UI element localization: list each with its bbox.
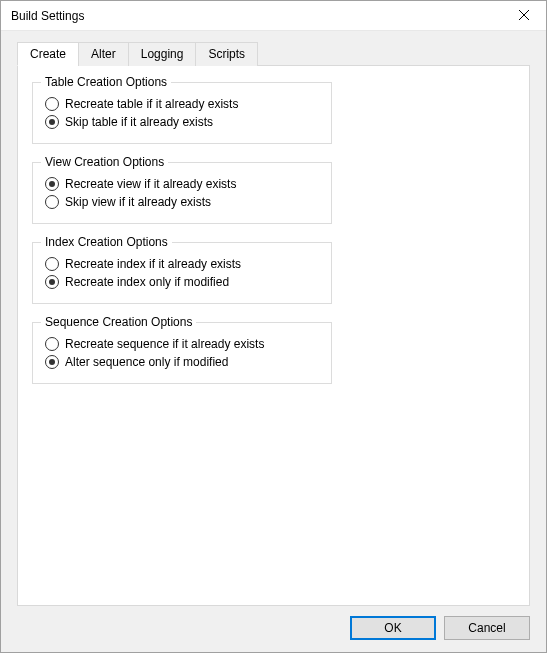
group-legend: Sequence Creation Options [41, 315, 196, 329]
radio-alter-sequence-modified[interactable]: Alter sequence only if modified [45, 355, 319, 369]
radio-icon [45, 257, 59, 271]
radio-icon [45, 177, 59, 191]
tab-label: Create [30, 47, 66, 61]
button-label: Cancel [468, 621, 505, 635]
client-area: Create Alter Logging Scripts Table Creat… [1, 31, 546, 652]
tabpanel-create: Table Creation Options Recreate table if… [17, 65, 530, 606]
radio-label: Skip table if it already exists [65, 115, 213, 129]
radio-label: Recreate index only if modified [65, 275, 229, 289]
radio-label: Recreate index if it already exists [65, 257, 241, 271]
radio-skip-view[interactable]: Skip view if it already exists [45, 195, 319, 209]
group-view-creation: View Creation Options Recreate view if i… [32, 162, 332, 224]
cancel-button[interactable]: Cancel [444, 616, 530, 640]
group-legend: Index Creation Options [41, 235, 172, 249]
radio-dot-icon [49, 181, 55, 187]
dialog-footer: OK Cancel [17, 606, 530, 640]
radio-recreate-index[interactable]: Recreate index if it already exists [45, 257, 319, 271]
radio-label: Alter sequence only if modified [65, 355, 228, 369]
tab-logging[interactable]: Logging [128, 42, 197, 66]
tab-label: Alter [91, 47, 116, 61]
window-title: Build Settings [11, 9, 501, 23]
radio-recreate-sequence[interactable]: Recreate sequence if it already exists [45, 337, 319, 351]
ok-button[interactable]: OK [350, 616, 436, 640]
group-sequence-creation: Sequence Creation Options Recreate seque… [32, 322, 332, 384]
radio-recreate-table[interactable]: Recreate table if it already exists [45, 97, 319, 111]
titlebar: Build Settings [1, 1, 546, 31]
close-button[interactable] [501, 1, 546, 31]
radio-recreate-index-modified[interactable]: Recreate index only if modified [45, 275, 319, 289]
radio-skip-table[interactable]: Skip table if it already exists [45, 115, 319, 129]
radio-dot-icon [49, 279, 55, 285]
radio-icon [45, 337, 59, 351]
radio-label: Skip view if it already exists [65, 195, 211, 209]
radio-dot-icon [49, 359, 55, 365]
tab-label: Logging [141, 47, 184, 61]
group-legend: Table Creation Options [41, 75, 171, 89]
radio-icon [45, 115, 59, 129]
radio-recreate-view[interactable]: Recreate view if it already exists [45, 177, 319, 191]
radio-icon [45, 355, 59, 369]
tab-create[interactable]: Create [17, 42, 79, 66]
radio-dot-icon [49, 119, 55, 125]
tab-label: Scripts [208, 47, 245, 61]
tab-alter[interactable]: Alter [78, 42, 129, 66]
button-label: OK [384, 621, 401, 635]
group-legend: View Creation Options [41, 155, 168, 169]
tab-scripts[interactable]: Scripts [195, 42, 258, 66]
radio-icon [45, 195, 59, 209]
radio-label: Recreate view if it already exists [65, 177, 236, 191]
group-index-creation: Index Creation Options Recreate index if… [32, 242, 332, 304]
group-table-creation: Table Creation Options Recreate table if… [32, 82, 332, 144]
radio-label: Recreate sequence if it already exists [65, 337, 264, 351]
radio-icon [45, 97, 59, 111]
tabstrip: Create Alter Logging Scripts [17, 42, 530, 66]
radio-label: Recreate table if it already exists [65, 97, 238, 111]
close-icon [519, 9, 529, 23]
radio-icon [45, 275, 59, 289]
